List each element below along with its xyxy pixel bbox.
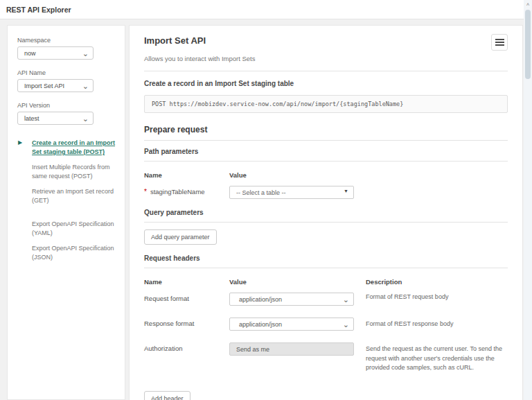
column-header-value: Value [229, 168, 366, 186]
request-headers-table: Name Value Description Request format ap… [144, 275, 508, 373]
header-description: Format of REST request body [366, 293, 508, 306]
caret-down-icon: ▼ [344, 189, 348, 193]
api-name-select-value: Import Set API [24, 82, 64, 89]
staging-table-select-value: -- Select a table -- [236, 189, 286, 196]
scroll-up-icon[interactable]: ˄ [524, 1, 532, 9]
header-name: Authorization [144, 331, 229, 373]
column-header-name: Name [144, 168, 229, 186]
endpoint-heading: Create a record in an Import Set staging… [144, 80, 508, 87]
required-icon: * [144, 188, 147, 195]
request-format-select[interactable]: application/json ⌄ [229, 293, 354, 306]
page-title: Import Set API [144, 34, 206, 46]
api-version-select-value: latest [24, 115, 39, 122]
path-parameters-table: Name Value *stagingTableName -- Select a… [144, 168, 508, 199]
divider [144, 140, 508, 141]
api-name-label: API Name [17, 69, 115, 76]
chevron-down-icon: ⌄ [343, 294, 349, 305]
vertical-scrollbar[interactable]: ˄ [524, 0, 532, 400]
header-name: Response format [144, 306, 229, 331]
menu-icon [495, 39, 504, 40]
response-format-select[interactable]: application/json ⌄ [229, 318, 354, 331]
endpoint-url-code: POST https://mobizdev.service-now.com/ap… [144, 95, 508, 113]
chevron-down-icon: ⌄ [82, 80, 89, 92]
request-headers-heading: Request headers [144, 254, 508, 262]
param-name: stagingTableName [150, 188, 205, 195]
header-description: Format of REST response body [366, 306, 508, 331]
divider [144, 222, 508, 223]
rest-api-explorer-app: REST API Explorer ˄ Namespace now ⌄ API … [0, 0, 532, 400]
authorization-field: Send as me [229, 342, 354, 356]
add-header-button[interactable]: Add header [144, 391, 190, 400]
column-header-value: Value [229, 275, 366, 293]
app-title: REST API Explorer [6, 6, 71, 14]
play-icon: ▶ [18, 139, 22, 146]
namespace-select-value: now [24, 50, 36, 57]
header-description: Send the request as the current user. To… [366, 331, 508, 373]
divider [144, 268, 508, 268]
param-value-cell: -- Select a table -- ▼ [229, 186, 366, 199]
api-version-select[interactable]: latest ⌄ [17, 112, 94, 125]
prepare-request-heading: Prepare request [144, 125, 508, 134]
link-group-spacer [32, 211, 115, 220]
scrollbar-thumb[interactable] [525, 10, 531, 79]
top-header-bar: REST API Explorer [0, 0, 532, 19]
param-name-cell: *stagingTableName [144, 186, 229, 199]
page-subtitle: Allows you to interact with Import Sets [144, 55, 508, 62]
sidebar-link-export-json[interactable]: Export OpenAPI Specification (JSON) [32, 244, 119, 262]
sidebar-panel: Namespace now ⌄ API Name Import Set API … [7, 25, 125, 400]
sidebar-link-retrieve-record[interactable]: Retrieve an Import Set record (GET) [32, 187, 119, 205]
column-header-description: Description [366, 275, 508, 293]
api-version-label: API Version [17, 102, 115, 109]
menu-button[interactable] [491, 34, 508, 51]
namespace-select[interactable]: now ⌄ [17, 46, 94, 60]
sidebar-link-create-record[interactable]: Create a record in an Import Set staging… [32, 139, 119, 157]
query-parameters-heading: Query parameters [144, 209, 508, 216]
sidebar-link-export-yaml[interactable]: Export OpenAPI Specification (YAML) [32, 220, 119, 238]
chevron-down-icon: ⌄ [343, 319, 349, 330]
namespace-label: Namespace [17, 37, 115, 44]
authorization-value: Send as me [236, 346, 269, 353]
sidebar-link-insert-multiple[interactable]: Insert Multiple Records from same reques… [32, 163, 119, 181]
endpoint-link-list: ▶ Create a record in an Import Set stagi… [17, 139, 115, 262]
chevron-down-icon: ⌄ [82, 113, 89, 124]
chevron-down-icon: ⌄ [82, 48, 89, 59]
divider [144, 71, 508, 71]
main-content-panel: Import Set API Allows you to interact wi… [129, 25, 523, 400]
api-name-select[interactable]: Import Set API ⌄ [17, 79, 94, 92]
add-query-parameter-button[interactable]: Add query parameter [144, 229, 217, 245]
column-header-name: Name [144, 275, 229, 293]
main-header: Import Set API [144, 34, 508, 51]
path-parameters-heading: Path parameters [144, 148, 508, 155]
staging-table-select[interactable]: -- Select a table -- ▼ [229, 186, 354, 199]
header-name: Request format [144, 293, 229, 306]
response-format-value: application/json [239, 321, 282, 328]
divider [144, 161, 508, 162]
request-format-value: application/json [239, 296, 282, 303]
